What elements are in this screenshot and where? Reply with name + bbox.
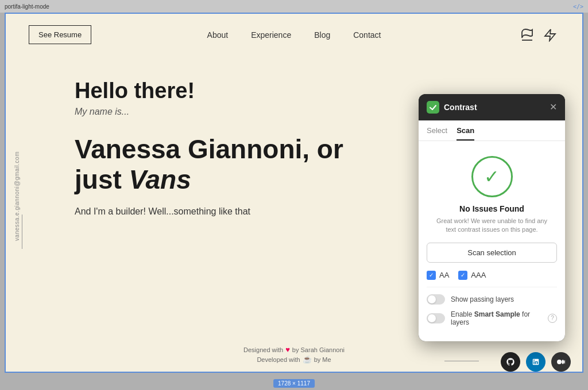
contrast-panel: Contrast ✕ Select Scan ✓ No Issues Found… (419, 94, 565, 341)
check-row: ✓ AA ✓ AAA (427, 271, 557, 287)
name-part2: just (75, 165, 129, 194)
developed-by-label: by Me (314, 356, 331, 363)
panel-header: Contrast ✕ (419, 94, 565, 120)
nav-links: About Experience Blog Contact (207, 30, 381, 40)
success-circle: ✓ (471, 156, 513, 197)
sidebar-line (22, 214, 22, 249)
toggle-passing-layers: Show passing layers (427, 294, 557, 305)
success-description: Great work! We were unable to find any t… (435, 217, 550, 235)
name-italic: Vans (129, 165, 191, 194)
panel-logo (427, 101, 439, 114)
website-frame: See Resume About Experience Blog Contact… (5, 13, 583, 373)
nav-about[interactable]: About (207, 30, 229, 40)
success-section: ✓ No Issues Found Great work! We were un… (427, 150, 557, 243)
medium-icon[interactable] (551, 352, 571, 372)
success-title: No Issues Found (459, 204, 524, 213)
panel-close-button[interactable]: ✕ (550, 103, 557, 112)
toggle-knob-2 (428, 314, 436, 322)
passing-layers-label: Show passing layers (451, 295, 557, 303)
nav-experience[interactable]: Experience (251, 30, 291, 40)
smart-sample-label: Enable Smart Sample for layers (451, 310, 542, 326)
aa-label: AA (439, 271, 449, 279)
footer-developed-row: Developed with ☕ by Me (257, 355, 331, 364)
resume-button[interactable]: See Resume (29, 25, 91, 44)
footer-line (444, 361, 479, 361)
info-icon[interactable]: ? (548, 314, 557, 323)
top-bar: portifa-light-mode </> (0, 0, 588, 13)
name-part1: Vanessa Giannoni, or (75, 134, 343, 164)
panel-body: ✓ No Issues Found Great work! We were un… (419, 141, 565, 341)
heart-icon: ♥ (285, 345, 290, 354)
smart-sample-toggle[interactable] (427, 313, 445, 323)
nav-icons (518, 26, 559, 44)
github-icon[interactable] (501, 352, 520, 372)
linkedin-icon[interactable] (526, 352, 546, 372)
panel-tabs: Select Scan (419, 120, 565, 141)
dimension-badge: 1728 × 1117 (273, 379, 315, 388)
tab-scan[interactable]: Scan (457, 126, 474, 141)
tab-select[interactable]: Select (427, 126, 447, 141)
coffee-icon: ☕ (303, 355, 312, 364)
brush-icon[interactable] (518, 26, 536, 44)
navbar: See Resume About Experience Blog Contact (6, 14, 582, 56)
toggle-smart-sample: Enable Smart Sample for layers ? (427, 310, 557, 326)
nav-contact[interactable]: Contact (353, 30, 381, 40)
panel-header-left: Contrast (427, 101, 477, 114)
scan-selection-button[interactable]: Scan selection (427, 243, 557, 263)
passing-layers-toggle[interactable] (427, 294, 445, 305)
check-aaa: ✓ AAA (458, 271, 486, 280)
toggle-knob (428, 295, 436, 303)
aa-checkbox[interactable]: ✓ (427, 271, 436, 280)
panel-title: Contrast (444, 103, 477, 112)
aaa-label: AAA (471, 271, 486, 279)
top-bar-title: portifa-light-mode (5, 3, 49, 10)
designed-by-label: by Sarah Giannoni (292, 346, 345, 353)
footer-social-icons (501, 352, 571, 372)
aaa-checkbox[interactable]: ✓ (458, 271, 467, 280)
designed-with-label: Designed with (243, 346, 283, 353)
check-icon: ✓ (484, 167, 500, 186)
footer: Designed with ♥ by Sarah Giannoni Develo… (6, 345, 582, 364)
lightning-icon[interactable] (541, 26, 559, 44)
code-icon: </> (573, 3, 583, 10)
nav-blog[interactable]: Blog (314, 30, 330, 40)
developed-with-label: Developed with (257, 356, 300, 363)
footer-designed-row: Designed with ♥ by Sarah Giannoni (243, 345, 345, 354)
check-aa: ✓ AA (427, 271, 449, 280)
